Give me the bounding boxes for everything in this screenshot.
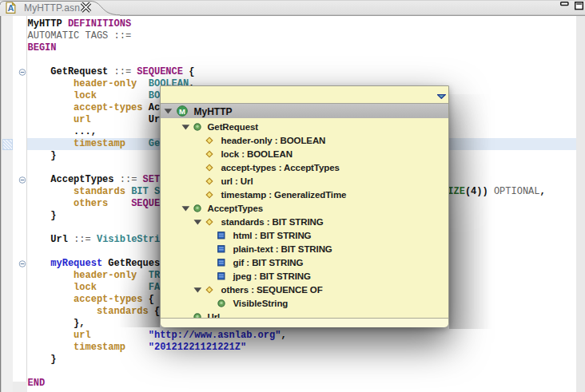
svg-text:A: A <box>7 3 14 13</box>
svg-text:M: M <box>179 106 185 115</box>
